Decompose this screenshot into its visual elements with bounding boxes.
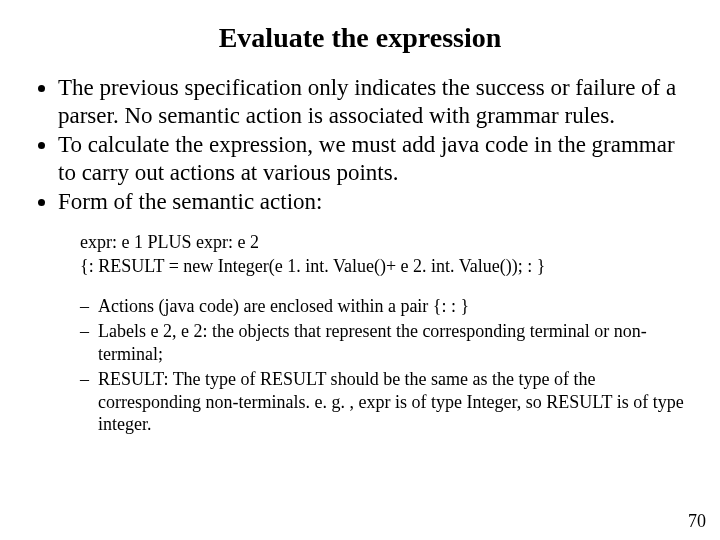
code-line: {: RESULT = new Integer(e 1. int. Value(… <box>80 254 690 278</box>
sub-bullet-item: RESULT: The type of RESULT should be the… <box>80 368 690 436</box>
bullet-item: To calculate the expression, we must add… <box>58 131 690 186</box>
sub-bullet-item: Labels e 2, e 2: the objects that repres… <box>80 320 690 365</box>
sub-bullet-list: Actions (java code) are enclosed within … <box>80 295 690 436</box>
sub-bullet-item: Actions (java code) are enclosed within … <box>80 295 690 318</box>
code-line: expr: e 1 PLUS expr: e 2 <box>80 230 690 254</box>
slide: Evaluate the expression The previous spe… <box>0 0 720 540</box>
bullet-item: Form of the semantic action: <box>58 188 690 216</box>
code-block: expr: e 1 PLUS expr: e 2 {: RESULT = new… <box>80 230 690 279</box>
slide-title: Evaluate the expression <box>30 22 690 54</box>
page-number: 70 <box>688 511 706 532</box>
main-bullet-list: The previous specification only indicate… <box>30 74 690 216</box>
bullet-item: The previous specification only indicate… <box>58 74 690 129</box>
